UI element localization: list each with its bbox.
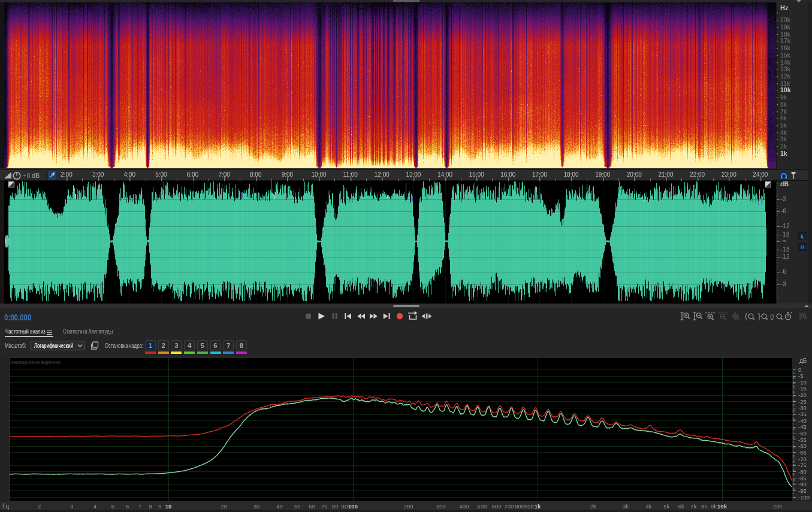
- svg-text:{: {: [745, 312, 747, 320]
- svg-text:}: }: [758, 312, 760, 320]
- svg-text:{}: {}: [770, 313, 774, 320]
